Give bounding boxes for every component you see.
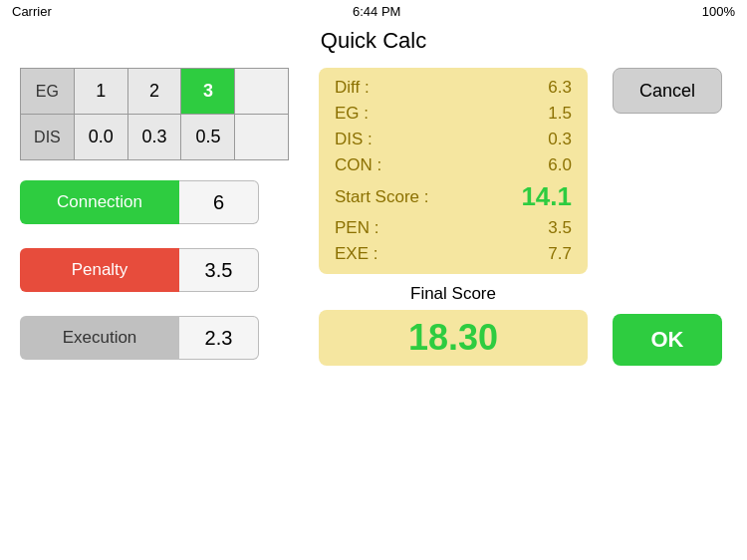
cancel-button[interactable]: Cancel [613,68,722,114]
execution-label[interactable]: Execution [20,316,179,360]
con-row-value: 6.0 [548,155,572,175]
pen-row-label: PEN : [335,218,378,238]
pen-row: PEN : 3.5 [335,218,572,238]
dis-row-value: 0.3 [548,130,572,149]
dis-col-1[interactable]: 0.0 [74,115,127,160]
eg-col-2[interactable]: 2 [127,69,181,115]
dis-row: DIS : 0.3 [335,130,572,149]
pen-row-value: 3.5 [548,218,572,238]
eg-col-4[interactable] [235,69,289,115]
dis-col-2[interactable]: 0.3 [127,115,181,160]
battery-label: 100% [702,4,735,19]
diff-row: Diff : 6.3 [335,78,572,98]
page-title: Quick Calc [0,22,747,68]
start-score-value: 14.1 [521,181,572,212]
eg-col-1[interactable]: 1 [74,69,127,115]
ok-button[interactable]: OK [613,314,722,366]
eg-row: EG : 1.5 [335,104,572,124]
final-score-section: Final Score 18.30 [319,284,588,366]
penalty-label[interactable]: Penalty [20,248,179,292]
dis-col-3[interactable]: 0.5 [181,115,235,160]
final-score-label: Final Score [410,284,496,304]
exe-row: EXE : 7.7 [335,244,572,264]
eg-label-cell: EG [21,69,75,115]
execution-row: Execution 2.3 [20,312,289,364]
start-score-label: Start Score : [335,187,428,207]
right-panel: Cancel OK [608,68,727,366]
connection-label[interactable]: Connection [20,180,179,224]
start-score-row: Start Score : 14.1 [335,181,572,212]
diff-label: Diff : [335,78,370,98]
eg-row-value: 1.5 [548,104,572,124]
connection-row: Connection 6 [20,176,289,228]
diff-value: 6.3 [548,78,572,98]
eg-table: EG 1 2 3 DIS 0.0 0.3 0.5 [20,68,289,160]
exe-row-label: EXE : [335,244,377,264]
dis-label-cell: DIS [21,115,75,160]
carrier-label: Carrier [12,4,52,19]
status-bar: Carrier 6:44 PM 100% [0,0,747,22]
final-score-value: 18.30 [408,317,498,359]
center-panel: Diff : 6.3 EG : 1.5 DIS : 0.3 CON : 6.0 … [319,68,588,366]
connection-value[interactable]: 6 [179,180,259,224]
penalty-row: Penalty 3.5 [20,244,289,296]
dis-row-label: DIS : [335,130,373,149]
con-row-label: CON : [335,155,381,175]
eg-row-label: EG : [335,104,369,124]
score-breakdown: Diff : 6.3 EG : 1.5 DIS : 0.3 CON : 6.0 … [319,68,588,274]
execution-value[interactable]: 2.3 [179,316,259,360]
penalty-value[interactable]: 3.5 [179,248,259,292]
time-label: 6:44 PM [353,4,400,19]
eg-col-3[interactable]: 3 [181,69,235,115]
con-row: CON : 6.0 [335,155,572,175]
dis-col-4[interactable] [235,115,289,160]
main-content: EG 1 2 3 DIS 0.0 0.3 0.5 Connection 6 [0,68,747,366]
final-score-box: 18.30 [319,310,588,366]
exe-row-value: 7.7 [548,244,572,264]
left-panel: EG 1 2 3 DIS 0.0 0.3 0.5 Connection 6 [20,68,299,366]
